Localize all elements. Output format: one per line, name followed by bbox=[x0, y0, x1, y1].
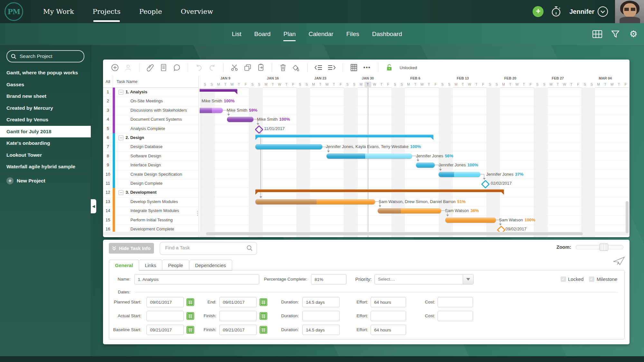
actual-start-eff-field[interactable] bbox=[371, 311, 406, 321]
task-bar[interactable] bbox=[255, 199, 375, 204]
columns-grid-icon[interactable] bbox=[592, 29, 602, 39]
horizontal-scrollbar-thumb[interactable] bbox=[206, 232, 583, 235]
task-row-document-current-systems[interactable]: 4Document Current Systems bbox=[103, 115, 198, 124]
top-nav-people[interactable]: People bbox=[139, 0, 162, 23]
columns-icon[interactable] bbox=[350, 63, 358, 72]
delete-icon[interactable] bbox=[279, 63, 287, 72]
column-header-all[interactable]: All bbox=[103, 76, 113, 88]
task-row-discussions-with-stakeholders[interactable]: 3Discussions with Stakeholders bbox=[103, 106, 198, 115]
indent-icon[interactable] bbox=[327, 63, 336, 72]
task-row-1-analysis[interactable]: 11. Analysis bbox=[103, 88, 198, 97]
view-tab-plan[interactable]: Plan bbox=[283, 23, 296, 45]
calendar-icon[interactable] bbox=[186, 326, 194, 334]
planned-start-start-field[interactable] bbox=[147, 297, 184, 307]
summary-bar[interactable] bbox=[255, 189, 504, 192]
calendar-icon[interactable] bbox=[260, 298, 267, 306]
cut-icon[interactable] bbox=[230, 63, 239, 72]
add-task-icon[interactable] bbox=[111, 63, 119, 72]
priority-dropdown-button[interactable] bbox=[463, 274, 473, 284]
summary-bar[interactable] bbox=[255, 135, 433, 137]
attachment-icon[interactable] bbox=[146, 63, 155, 72]
undo-icon[interactable] bbox=[195, 63, 203, 72]
task-bar[interactable] bbox=[227, 117, 253, 122]
planned-start-cost-field[interactable] bbox=[438, 297, 473, 307]
task-bar[interactable] bbox=[439, 172, 480, 177]
task-info-tab-general[interactable]: General bbox=[109, 260, 139, 271]
calendar-icon[interactable] bbox=[260, 312, 267, 320]
vertical-scrollbar-thumb[interactable] bbox=[626, 201, 629, 233]
user-avatar[interactable] bbox=[615, 0, 644, 23]
task-row-3-development[interactable]: 123. Development bbox=[103, 188, 198, 197]
task-row-create-design-specification[interactable]: 10Create Design Specification bbox=[103, 170, 198, 179]
redo-icon[interactable] bbox=[208, 63, 216, 72]
collapse-toggle-icon[interactable] bbox=[118, 190, 123, 195]
zoom-slider-handle[interactable] bbox=[599, 244, 608, 251]
baseline-start-end-field[interactable] bbox=[219, 325, 257, 335]
gear-icon[interactable]: ⚙ bbox=[629, 29, 638, 39]
task-bar[interactable] bbox=[327, 153, 412, 159]
task-bar[interactable] bbox=[255, 144, 322, 149]
baseline-start-dur-field[interactable] bbox=[302, 325, 340, 335]
sidebar-project-gantt-for-july-2018[interactable]: Gantt for July 2018 bbox=[0, 126, 91, 138]
sidebar-project-created-by-mercury[interactable]: Created by Mercury bbox=[0, 102, 91, 114]
comment-icon[interactable] bbox=[173, 63, 181, 72]
summary-bar[interactable] bbox=[200, 89, 237, 92]
sidebar-project-brand-new-sheet[interactable]: Brand new sheet bbox=[0, 90, 91, 102]
notes-icon[interactable] bbox=[159, 63, 168, 72]
view-tab-dashboard[interactable]: Dashboard bbox=[372, 23, 402, 45]
planned-start-dur-field[interactable] bbox=[302, 297, 340, 307]
sidebar-project-gantt-where-the-popup-works[interactable]: Gantt, where the popup works bbox=[0, 67, 91, 79]
sidebar-collapse-handle[interactable]: ◀ bbox=[91, 199, 96, 213]
task-row-design-database[interactable]: 7Design Database bbox=[103, 142, 198, 152]
planned-start-end-field[interactable] bbox=[219, 297, 257, 307]
copy-icon[interactable] bbox=[243, 63, 252, 72]
view-tab-calendar[interactable]: Calendar bbox=[308, 23, 333, 45]
task-bar[interactable] bbox=[416, 162, 435, 168]
task-row-software-design[interactable]: 8Software Design bbox=[103, 152, 198, 161]
zoom-slider[interactable] bbox=[576, 245, 623, 249]
assign-person-icon[interactable] bbox=[124, 63, 132, 72]
find-task-input[interactable] bbox=[165, 245, 240, 251]
calendar-icon[interactable] bbox=[260, 326, 267, 334]
calendar-icon[interactable] bbox=[186, 312, 194, 320]
task-row-design-complete[interactable]: 11Design Complete bbox=[103, 179, 198, 188]
unlock-icon[interactable] bbox=[385, 63, 393, 72]
baseline-start-eff-field[interactable] bbox=[371, 325, 406, 335]
actual-start-dur-field[interactable] bbox=[302, 311, 340, 321]
view-tab-board[interactable]: Board bbox=[254, 23, 271, 45]
task-row-analysis-complete[interactable]: 5Analysis Complete bbox=[103, 124, 198, 134]
grid-resize-handle[interactable] bbox=[197, 211, 198, 216]
top-nav-overview[interactable]: Overview bbox=[181, 0, 213, 23]
locked-checkbox[interactable]: ✓ bbox=[561, 276, 566, 282]
color-fill-icon[interactable] bbox=[292, 63, 300, 72]
sidebar-project-gasses[interactable]: Gasses bbox=[0, 79, 91, 91]
planned-start-eff-field[interactable] bbox=[371, 297, 406, 307]
task-info-tab-people[interactable]: People bbox=[162, 260, 189, 271]
project-search[interactable] bbox=[6, 50, 84, 62]
baseline-start-start-field[interactable] bbox=[147, 325, 184, 335]
task-info-tab-links[interactable]: Links bbox=[139, 260, 162, 271]
priority-select[interactable]: Select.... bbox=[374, 274, 474, 284]
task-row-2-design[interactable]: 62. Design bbox=[103, 133, 198, 143]
sidebar-project-created-by-venus[interactable]: Created by Venus bbox=[0, 114, 91, 126]
sidebar-project-lookout-tower[interactable]: Lookout Tower bbox=[0, 149, 91, 161]
task-row-perform-initial-tessting[interactable]: 15Perform Initial Tessting bbox=[103, 216, 198, 225]
task-name-field[interactable] bbox=[134, 274, 259, 284]
pm-logo[interactable]: PM bbox=[5, 2, 23, 21]
user-name[interactable]: Jennifer bbox=[569, 8, 594, 15]
send-icon[interactable] bbox=[613, 256, 625, 266]
task-row-develop-system-modules[interactable]: 13Develop System Modules bbox=[103, 197, 198, 207]
new-project-button[interactable]: + New Project bbox=[0, 177, 91, 184]
top-nav-projects[interactable]: Projects bbox=[93, 0, 121, 23]
milestone-checkbox[interactable]: ✓ bbox=[589, 276, 594, 282]
collapse-toggle-icon[interactable] bbox=[118, 90, 123, 95]
task-row-interface-design[interactable]: 9Interface Design bbox=[103, 161, 198, 170]
task-bar[interactable] bbox=[378, 208, 441, 213]
actual-start-start-field[interactable] bbox=[147, 311, 184, 321]
hide-task-info-button[interactable]: Hide Task Info bbox=[109, 243, 154, 254]
milestone-diamond[interactable] bbox=[255, 125, 263, 134]
actual-start-cost-field[interactable] bbox=[438, 311, 473, 321]
milestone-diamond[interactable] bbox=[481, 180, 490, 189]
view-tab-list[interactable]: List bbox=[232, 23, 242, 45]
collapse-toggle-icon[interactable] bbox=[118, 135, 123, 140]
